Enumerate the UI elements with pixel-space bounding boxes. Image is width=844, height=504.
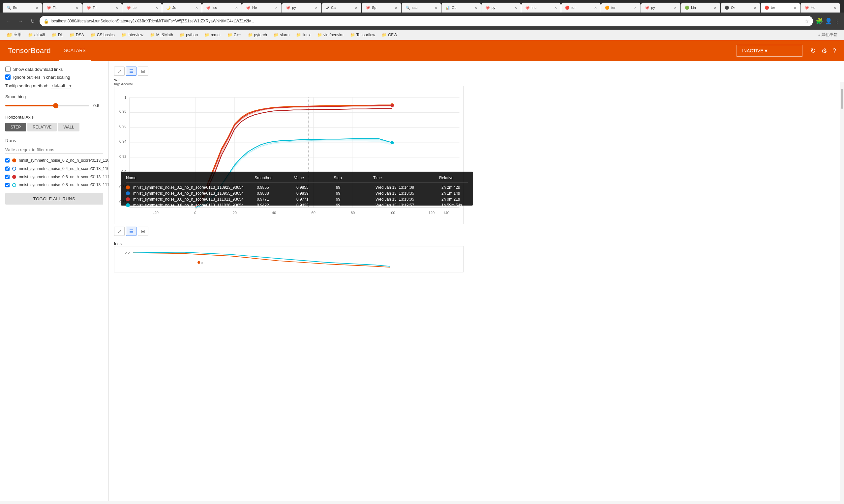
loss-chart-svg[interactable]: 2.2 2 <box>114 246 464 272</box>
bookmark-python[interactable]: 📁 python <box>177 32 201 38</box>
expand-button[interactable]: ⤢ <box>114 67 125 76</box>
star-icon[interactable]: ☆ <box>805 18 809 24</box>
extensions-icon[interactable]: 🧩 <box>816 17 823 25</box>
nav-scalars[interactable]: SCALARS <box>59 40 91 61</box>
browser-tab-he[interactable]: 🐙 He × <box>242 3 281 13</box>
browser-tab-py2[interactable]: 🐙 py × <box>481 3 521 13</box>
browser-tab-le[interactable]: 🐙 Le × <box>122 3 162 13</box>
browser-tab-inc[interactable]: 🐙 Inc × <box>521 3 561 13</box>
tab-close[interactable]: × <box>36 5 38 10</box>
tab-close[interactable]: × <box>514 5 517 10</box>
more-icon[interactable]: ⋮ <box>834 17 840 25</box>
browser-tab-ter1[interactable]: 🟠 ter × <box>601 3 641 13</box>
tab-close[interactable]: × <box>195 5 198 10</box>
bookmark-more[interactable]: » 其他书签 <box>816 31 840 38</box>
grid-view-button[interactable]: ⊞ <box>138 67 148 76</box>
new-tab-button[interactable]: + <box>840 3 844 13</box>
bookmark-cs[interactable]: 📁 CS basics <box>88 32 117 38</box>
tab-close[interactable]: × <box>833 5 836 10</box>
address-bar[interactable]: 🔒 localhost:8080/#scalars&runSelectionSt… <box>39 16 813 26</box>
browser-tab-tor[interactable]: 🔴 tor × <box>561 3 601 13</box>
browser-tab-ho[interactable]: 🐙 Ho × <box>800 3 840 13</box>
browser-tab-se[interactable]: 🔍 Se × <box>3 3 42 13</box>
browser-tab-or[interactable]: ⚫ Or × <box>721 3 760 13</box>
tab-close[interactable]: × <box>594 5 597 10</box>
browser-tab-sp[interactable]: 🐙 Sp × <box>362 3 401 13</box>
browser-tab-ca[interactable]: 🌶 Ca × <box>322 3 361 13</box>
run-checkbox-2[interactable] <box>5 166 10 171</box>
profile-icon[interactable]: 👤 <box>825 17 832 25</box>
browser-tab-ob[interactable]: 📊 Ob × <box>442 3 481 13</box>
forward-button[interactable]: → <box>16 16 25 26</box>
run-item-4[interactable]: mnist_symmetric_noise_0.8_no_h_score/011… <box>5 182 103 188</box>
tab-close[interactable]: × <box>395 5 397 10</box>
tab-close-active[interactable]: × <box>794 5 796 10</box>
run-checkbox-4[interactable] <box>5 182 10 188</box>
tab-close[interactable]: × <box>275 5 278 10</box>
bookmark-interview[interactable]: 📁 Interview <box>119 32 146 38</box>
run-checkbox-3[interactable] <box>5 174 10 180</box>
bookmark-cpp[interactable]: 📁 C++ <box>225 32 244 38</box>
runs-filter-input[interactable] <box>5 146 103 154</box>
scrollbar[interactable] <box>840 82 844 501</box>
run-item-3[interactable]: mnist_symmetric_noise_0.6_no_h_score/011… <box>5 174 103 180</box>
browser-tab-tir1[interactable]: 🐙 Tir × <box>42 3 82 13</box>
run-item-2[interactable]: mnist_symmetric_noise_0.4_no_h_score/011… <box>5 166 103 172</box>
list-view-button[interactable]: ☰ <box>126 67 137 76</box>
grid-view-button-bottom[interactable]: ⊞ <box>138 227 148 236</box>
bookmark-rcmdr[interactable]: 📁 rcmdr <box>202 32 224 38</box>
bookmark-linux[interactable]: 📁 linux <box>293 32 313 38</box>
list-view-button-bottom[interactable]: ☰ <box>126 227 137 236</box>
refresh-icon[interactable]: ↻ <box>810 47 816 55</box>
tab-close[interactable]: × <box>315 5 317 10</box>
browser-tab-iss[interactable]: 🐙 Iss × <box>202 3 242 13</box>
tab-close[interactable]: × <box>714 5 717 10</box>
bookmark-dl[interactable]: 📁 DL <box>49 32 66 38</box>
bookmark-tf[interactable]: 📁 Tensorflow <box>347 32 378 38</box>
bookmark-slurm[interactable]: 📁 slurm <box>271 32 292 38</box>
reload-button[interactable]: ↻ <box>28 16 37 26</box>
browser-tab-py3[interactable]: 🐙 py × <box>641 3 681 13</box>
ignore-outliers-checkbox[interactable] <box>5 74 11 80</box>
show-data-download-checkbox[interactable] <box>5 67 11 72</box>
slider-thumb[interactable] <box>53 103 58 108</box>
axis-step-button[interactable]: STEP <box>5 123 26 131</box>
tab-close[interactable]: × <box>235 5 238 10</box>
scrollbar-thumb[interactable] <box>841 89 843 109</box>
tab-close[interactable]: × <box>115 5 118 10</box>
tab-close[interactable]: × <box>155 5 158 10</box>
tab-close[interactable]: × <box>554 5 557 10</box>
bookmark-yingyong[interactable]: 📁应用 <box>4 31 24 38</box>
run-checkbox-1[interactable] <box>5 158 10 163</box>
browser-tab-ju[interactable]: 🌙 Ju × <box>162 3 202 13</box>
bookmark-vim[interactable]: 📁 vim/neovim <box>314 32 346 38</box>
bookmark-mlmath[interactable]: 📁 ML&Math <box>148 32 176 38</box>
tab-close[interactable]: × <box>754 5 756 10</box>
smoothing-slider[interactable] <box>5 105 89 106</box>
browser-tab-tir2[interactable]: 🐙 Tir × <box>82 3 122 13</box>
tab-close[interactable]: × <box>75 5 78 10</box>
tab-close[interactable]: × <box>475 5 477 10</box>
tooltip-sorting-select[interactable]: default <box>51 82 72 89</box>
show-data-download-row[interactable]: Show data download links <box>5 67 103 72</box>
back-button[interactable]: ← <box>4 16 13 26</box>
inactive-dropdown[interactable]: INACTIVE ▾ <box>737 45 803 57</box>
settings-icon[interactable]: ⚙ <box>821 47 827 55</box>
axis-wall-button[interactable]: WALL <box>58 123 79 131</box>
tab-close[interactable]: × <box>434 5 437 10</box>
ignore-outliers-row[interactable]: Ignore outliers in chart scaling <box>5 74 103 80</box>
browser-tab-sac[interactable]: 🔍 sac × <box>401 3 441 13</box>
tab-close[interactable]: × <box>674 5 676 10</box>
tab-close[interactable]: × <box>634 5 637 10</box>
axis-relative-button[interactable]: RELATIVE <box>28 123 57 131</box>
bookmark-pytorch[interactable]: 📁 pytorch <box>245 32 270 38</box>
bookmark-akb48[interactable]: 📁 akb48 <box>25 32 48 38</box>
expand-button-bottom[interactable]: ⤢ <box>114 227 125 236</box>
browser-tab-ter2-active[interactable]: 🔴 ter × <box>761 3 800 13</box>
browser-tab-lin[interactable]: 🟢 Lin × <box>681 3 720 13</box>
toggle-all-runs-button[interactable]: TOGGLE ALL RUNS <box>5 193 103 204</box>
run-item-1[interactable]: mnist_symmetric_noise_0.2_no_h_score/011… <box>5 158 103 163</box>
bookmark-dsa[interactable]: 📁 DSA <box>67 32 87 38</box>
browser-tab-py1[interactable]: 🐙 py × <box>282 3 322 13</box>
tab-close[interactable]: × <box>355 5 357 10</box>
